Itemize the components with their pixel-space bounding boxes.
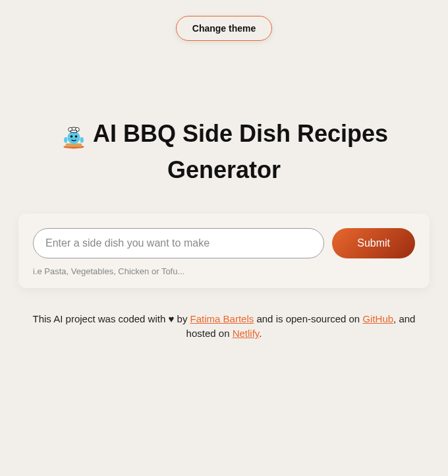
author-link[interactable]: Fatima Bartels: [190, 313, 254, 324]
search-form: Submit i.e Pasta, Vegetables, Chicken or…: [18, 214, 430, 288]
netlify-link[interactable]: Netlify: [233, 328, 260, 339]
svg-point-3: [70, 135, 73, 138]
page-title: AI BBQ Side Dish Recipes Generator: [93, 120, 388, 183]
svg-point-9: [64, 137, 67, 143]
chef-icon: [60, 123, 88, 150]
input-hint: i.e Pasta, Vegetables, Chicken or Tofu..…: [33, 266, 415, 276]
svg-point-4: [75, 135, 78, 138]
svg-point-10: [80, 137, 84, 143]
footer-credits: This AI project was coded with ♥ by Fati…: [0, 312, 448, 342]
change-theme-button[interactable]: Change theme: [176, 16, 272, 41]
svg-point-2: [67, 131, 80, 144]
side-dish-input[interactable]: [33, 228, 324, 258]
github-link[interactable]: GitHub: [362, 313, 393, 324]
svg-rect-8: [71, 130, 77, 133]
submit-button[interactable]: Submit: [332, 228, 415, 258]
